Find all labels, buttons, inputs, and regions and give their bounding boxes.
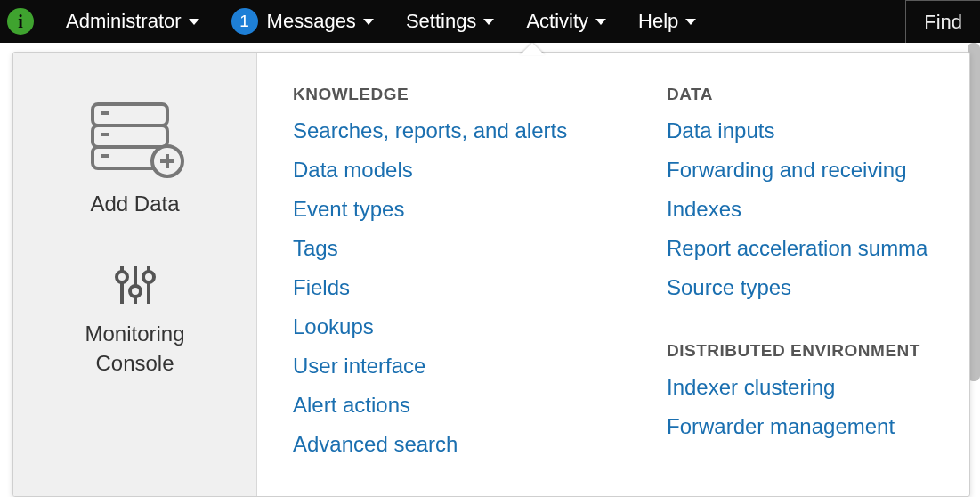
link-indexes[interactable]: Indexes: [667, 197, 969, 222]
link-source-types[interactable]: Source types: [667, 275, 969, 300]
link-forwarding-receiving[interactable]: Forwarding and receiving: [667, 158, 969, 183]
top-navbar: i Administrator 1 Messages Settings Acti…: [0, 0, 980, 43]
caret-down-icon: [363, 19, 374, 25]
info-icon[interactable]: i: [7, 8, 34, 35]
settings-col-right: DATA Data inputs Forwarding and receivin…: [667, 85, 969, 496]
svg-point-14: [143, 272, 154, 282]
section-heading-data: DATA: [667, 85, 969, 104]
link-data-inputs[interactable]: Data inputs: [667, 118, 969, 143]
find-button[interactable]: Find: [905, 0, 980, 43]
link-fields[interactable]: Fields: [293, 275, 667, 300]
nav-messages-label: Messages: [267, 10, 356, 33]
menu-pointer: [520, 43, 545, 55]
link-indexer-clustering[interactable]: Indexer clustering: [667, 375, 969, 400]
settings-sidebar: Add Data Monitoring Console: [13, 53, 257, 496]
svg-point-13: [130, 286, 141, 297]
caret-down-icon: [189, 19, 199, 25]
nav-activity[interactable]: Activity: [510, 0, 622, 43]
nav-settings[interactable]: Settings: [390, 0, 511, 43]
link-searches-reports-alerts[interactable]: Searches, reports, and alerts: [293, 118, 667, 143]
sidebar-monitoring-console[interactable]: Monitoring Console: [85, 259, 184, 378]
caret-down-icon: [595, 19, 606, 25]
link-alert-actions[interactable]: Alert actions: [293, 393, 667, 418]
section-heading-distributed: DISTRIBUTED ENVIRONMENT: [667, 341, 969, 361]
settings-dropdown-panel: Add Data Monitoring Console KNOWLEDGE: [12, 52, 970, 497]
settings-content: KNOWLEDGE Searches, reports, and alerts …: [257, 53, 969, 496]
caret-down-icon: [483, 19, 494, 25]
sidebar-monitoring-console-label: Monitoring Console: [85, 320, 184, 378]
nav-activity-label: Activity: [526, 10, 588, 33]
nav-help-label: Help: [638, 10, 678, 33]
nav-settings-label: Settings: [406, 10, 477, 33]
nav-messages[interactable]: 1 Messages: [215, 0, 390, 43]
caret-down-icon: [685, 19, 696, 25]
link-tags[interactable]: Tags: [293, 236, 667, 261]
link-forwarder-management[interactable]: Forwarder management: [667, 414, 969, 439]
nav-help[interactable]: Help: [622, 0, 712, 43]
link-data-models[interactable]: Data models: [293, 158, 667, 183]
monitoring-console-icon: [109, 259, 161, 311]
messages-count-badge: 1: [231, 8, 258, 35]
link-event-types[interactable]: Event types: [293, 197, 667, 222]
sidebar-add-data[interactable]: Add Data: [82, 92, 189, 218]
nav-administrator[interactable]: Administrator: [50, 0, 215, 43]
link-user-interface[interactable]: User interface: [293, 354, 667, 379]
find-label: Find: [924, 11, 962, 34]
link-report-acceleration[interactable]: Report acceleration summa: [667, 236, 969, 261]
svg-point-12: [117, 272, 127, 282]
link-advanced-search[interactable]: Advanced search: [293, 432, 667, 457]
add-data-icon: [82, 92, 189, 181]
settings-col-knowledge: KNOWLEDGE Searches, reports, and alerts …: [293, 85, 667, 496]
sidebar-add-data-label: Add Data: [90, 190, 179, 218]
link-lookups[interactable]: Lookups: [293, 314, 667, 339]
section-heading-knowledge: KNOWLEDGE: [293, 85, 667, 104]
nav-administrator-label: Administrator: [66, 10, 182, 33]
